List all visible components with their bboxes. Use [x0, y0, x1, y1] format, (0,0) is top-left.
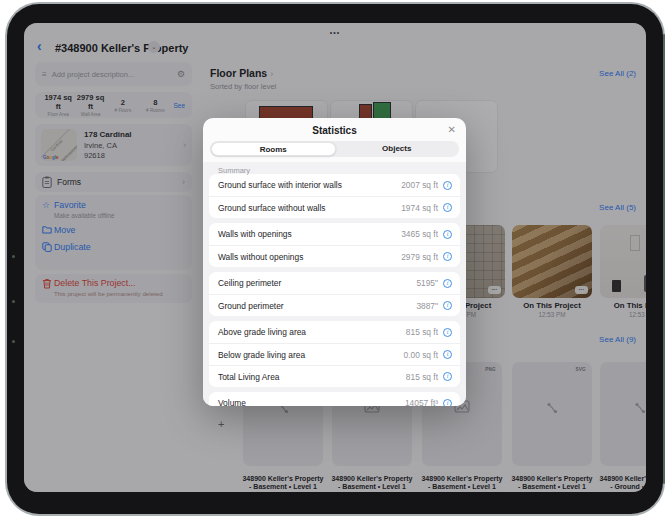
info-icon[interactable]: i — [443, 203, 452, 212]
rooms-objects-segmented-control: Rooms Objects — [210, 141, 459, 157]
info-icon[interactable]: i — [443, 181, 452, 190]
stat-group: Walls with openings 3465 sq ft i Walls w… — [209, 223, 460, 267]
info-icon[interactable]: i — [443, 252, 452, 261]
stat-row: Below grade living area 0.00 sq ft i — [209, 343, 460, 365]
stat-row-value: 3887" — [416, 301, 438, 311]
app-screen: ••• ‹ #348900 Keller's Property ⌄ ≡ Add … — [24, 23, 646, 492]
stat-row-value: 815 sq ft — [406, 372, 438, 382]
stat-row-label: Walls with openings — [218, 229, 401, 239]
stat-row-value: 815 sq ft — [406, 327, 438, 337]
device-edge — [663, 34, 665, 484]
page: ••• ‹ #348900 Keller's Property ⌄ ≡ Add … — [0, 0, 670, 518]
info-icon[interactable]: i — [443, 372, 452, 381]
stat-row-value: 0.00 sq ft — [404, 350, 438, 360]
stat-row-value: 2007 sq ft — [401, 180, 438, 190]
info-icon[interactable]: i — [443, 230, 452, 239]
stat-row: Ground perimeter 3887" i — [209, 294, 460, 316]
tab-rooms[interactable]: Rooms — [211, 142, 336, 156]
stat-row-label: Walls without openings — [218, 252, 401, 262]
stat-row-label: Ceiling perimeter — [218, 278, 416, 288]
stat-row: Ceiling perimeter 5195" i — [209, 272, 460, 294]
stat-group: Above grade living area 815 sq ft i Belo… — [209, 321, 460, 387]
stat-row: Walls without openings 2979 sq ft i — [209, 245, 460, 267]
stat-row: Walls with openings 3465 sq ft i — [209, 223, 460, 245]
stat-row: Volume 14057 ft³ i — [209, 392, 460, 406]
stat-row-value: 1974 sq ft — [401, 203, 438, 213]
stat-row-label: Below grade living area — [218, 350, 404, 360]
info-icon[interactable]: i — [443, 279, 452, 288]
stat-row-label: Ground surface with interior walls — [218, 180, 401, 190]
close-icon[interactable]: ✕ — [448, 124, 456, 135]
statistics-list[interactable]: Summary Ground surface with interior wal… — [203, 162, 466, 406]
info-icon[interactable]: i — [443, 399, 452, 407]
stat-group: Volume 14057 ft³ i — [209, 392, 460, 406]
stat-row: Above grade living area 815 sq ft i — [209, 321, 460, 343]
stat-row: Ground surface without walls 1974 sq ft … — [209, 196, 460, 218]
statistics-modal: Statistics ✕ Rooms Objects Summary Groun… — [203, 118, 466, 406]
info-icon[interactable]: i — [443, 350, 452, 359]
info-icon[interactable]: i — [443, 328, 452, 337]
stat-row: Ground surface with interior walls 2007 … — [209, 174, 460, 196]
tab-objects[interactable]: Objects — [336, 142, 459, 156]
stat-row-value: 14057 ft³ — [405, 398, 438, 406]
stat-row-value: 3465 sq ft — [401, 229, 438, 239]
stat-row-label: Volume — [218, 398, 405, 406]
stat-group: Ceiling perimeter 5195" i Ground perimet… — [209, 272, 460, 316]
stat-row-label: Above grade living area — [218, 327, 406, 337]
bezel-dot — [12, 255, 15, 258]
stat-row-label: Total Living Area — [218, 372, 406, 382]
info-icon[interactable]: i — [443, 301, 452, 310]
stat-row: Total Living Area 815 sq ft i — [209, 365, 460, 387]
section-label: Summary — [209, 162, 460, 174]
modal-title: Statistics — [203, 125, 466, 136]
stat-row-label: Ground perimeter — [218, 301, 416, 311]
stat-group: Ground surface with interior walls 2007 … — [209, 174, 460, 218]
stat-row-label: Ground surface without walls — [218, 203, 401, 213]
stat-row-value: 2979 sq ft — [401, 252, 438, 262]
stat-row-value: 5195" — [416, 278, 438, 288]
bezel-dot — [12, 300, 15, 303]
bezel-dot — [12, 340, 15, 343]
